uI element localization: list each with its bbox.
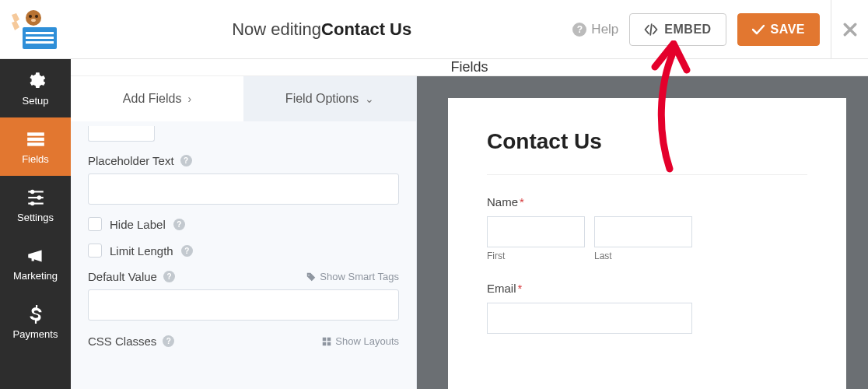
- placeholder-input[interactable]: [88, 173, 399, 205]
- sidebar-item-payments[interactable]: Payments: [0, 293, 71, 351]
- svg-rect-9: [27, 137, 44, 140]
- show-smart-tags[interactable]: Show Smart Tags: [306, 271, 399, 282]
- css-classes-label: CSS Classes: [88, 335, 156, 348]
- divider: [487, 174, 807, 175]
- options-body: Placeholder Text ? Hide Label ? Limit Le…: [71, 121, 416, 354]
- required-asterisk: *: [520, 195, 524, 209]
- help-tooltip-icon[interactable]: ?: [163, 335, 174, 347]
- name-fields-row: First Last: [487, 216, 807, 261]
- svg-rect-19: [323, 342, 327, 345]
- save-label: SAVE: [771, 23, 805, 37]
- help-tooltip-icon[interactable]: ?: [180, 155, 192, 166]
- embed-button[interactable]: EMBED: [629, 13, 726, 46]
- content: Fields Add Fields › Field Options ⌄: [71, 59, 868, 389]
- top-actions: ? Help EMBED SAVE: [572, 13, 831, 46]
- sidebar-label: Setup: [23, 95, 49, 107]
- sidebar-label: Marketing: [13, 270, 58, 282]
- preview-area: Contact Us Name* First Last: [417, 76, 868, 389]
- list-icon: [26, 129, 46, 149]
- name-field-label: Name*: [487, 195, 807, 209]
- help-tooltip-icon[interactable]: ?: [181, 245, 193, 257]
- chevron-right-icon: ›: [187, 93, 191, 105]
- tabs: Add Fields › Field Options ⌄: [71, 76, 416, 121]
- svg-point-4: [26, 10, 41, 26]
- options-panel: Add Fields › Field Options ⌄ Placeholder…: [71, 76, 417, 389]
- svg-point-14: [30, 189, 33, 193]
- default-value-label: Default Value: [88, 270, 157, 283]
- sidebar: Setup Fields Settings Marketing Payments: [0, 59, 71, 389]
- email-field-row: [487, 303, 807, 334]
- limit-length-text: Limit Length: [110, 244, 173, 258]
- svg-point-6: [35, 15, 38, 18]
- email-field-label: Email*: [487, 282, 807, 295]
- form-preview: Contact Us Name* First Last: [448, 98, 846, 389]
- tab-add-fields[interactable]: Add Fields ›: [71, 76, 243, 121]
- chevron-down-icon: ⌄: [365, 93, 374, 105]
- sidebar-label: Settings: [17, 212, 54, 223]
- sidebar-item-marketing[interactable]: Marketing: [0, 234, 71, 293]
- tab-label: Add Fields: [123, 92, 182, 106]
- sidebar-item-settings[interactable]: Settings: [0, 176, 71, 234]
- first-sublabel: First: [487, 251, 585, 261]
- help-tooltip-icon[interactable]: ?: [173, 219, 185, 230]
- svg-rect-10: [27, 142, 44, 145]
- title-prefix: Now editing: [232, 19, 321, 40]
- last-sublabel: Last: [594, 251, 692, 261]
- default-value-input[interactable]: [88, 289, 399, 321]
- svg-rect-17: [323, 337, 327, 341]
- svg-point-16: [30, 201, 33, 205]
- save-button[interactable]: SAVE: [737, 13, 820, 46]
- svg-rect-1: [26, 32, 54, 34]
- grid-icon: [322, 337, 331, 346]
- required-asterisk: *: [518, 282, 523, 295]
- svg-rect-18: [327, 337, 331, 341]
- show-layouts[interactable]: Show Layouts: [322, 335, 399, 347]
- svg-point-5: [29, 15, 32, 18]
- sidebar-item-fields[interactable]: Fields: [0, 117, 71, 176]
- columns: Add Fields › Field Options ⌄ Placeholder…: [71, 76, 868, 389]
- app-logo: [0, 0, 71, 58]
- svg-point-15: [37, 195, 40, 199]
- bullhorn-icon: [26, 246, 46, 266]
- email-input[interactable]: [487, 303, 692, 334]
- sidebar-item-setup[interactable]: Setup: [0, 59, 71, 117]
- help-label: Help: [591, 22, 618, 37]
- help-link[interactable]: ? Help: [572, 22, 618, 37]
- title-form-name: Contact Us: [321, 19, 411, 40]
- last-name-input[interactable]: [594, 216, 692, 247]
- placeholder-label: Placeholder Text: [88, 154, 174, 167]
- svg-rect-3: [26, 41, 54, 44]
- hide-label-checkbox[interactable]: [88, 217, 102, 231]
- close-button[interactable]: [831, 0, 868, 58]
- sliders-icon: [26, 187, 46, 208]
- svg-rect-8: [27, 132, 44, 135]
- sidebar-label: Payments: [13, 328, 58, 340]
- main-area: Setup Fields Settings Marketing Payments…: [0, 59, 868, 389]
- question-circle-icon: ?: [572, 23, 586, 37]
- dollar-icon: [26, 304, 46, 324]
- svg-rect-20: [327, 342, 331, 345]
- page-title: Now editing Contact Us: [71, 19, 572, 40]
- gear-icon: [26, 71, 46, 91]
- limit-length-checkbox[interactable]: [88, 244, 102, 258]
- tab-field-options[interactable]: Field Options ⌄: [243, 76, 416, 121]
- svg-rect-2: [26, 37, 54, 39]
- code-icon: [644, 23, 658, 36]
- embed-label: EMBED: [664, 23, 711, 37]
- svg-point-7: [31, 19, 36, 22]
- partial-field-peek: [88, 126, 155, 142]
- check-icon: [752, 24, 765, 35]
- hide-label-text: Hide Label: [110, 218, 166, 231]
- panel-title: Fields: [71, 59, 868, 76]
- sidebar-label: Fields: [22, 153, 49, 165]
- tag-icon: [306, 272, 316, 282]
- first-name-input[interactable]: [487, 216, 585, 247]
- top-bar: Now editing Contact Us ? Help EMBED SAVE: [0, 0, 868, 59]
- form-title: Contact Us: [487, 129, 807, 154]
- tab-label: Field Options: [285, 92, 359, 106]
- help-tooltip-icon[interactable]: ?: [163, 271, 175, 282]
- close-icon: [843, 23, 857, 37]
